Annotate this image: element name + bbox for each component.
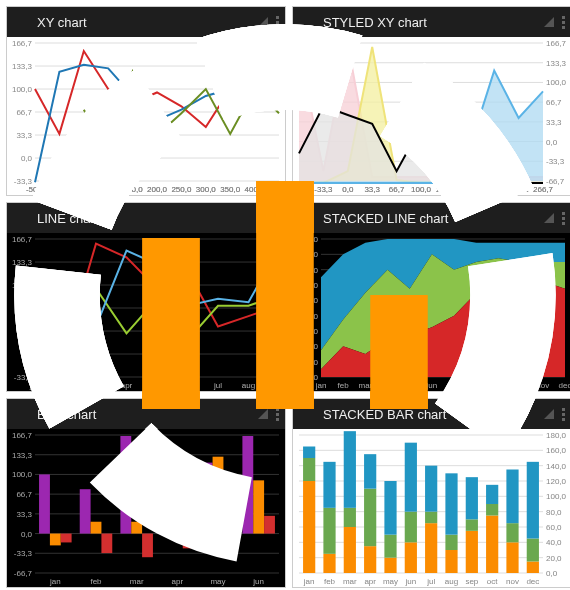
svg-rect-207 — [303, 481, 315, 573]
svg-text:mar: mar — [343, 577, 357, 586]
svg-text:feb: feb — [324, 577, 336, 586]
svg-text:20,0: 20,0 — [546, 554, 562, 563]
chart-body-stacked-bar: 0,020,040,060,080,0100,0120,0140,0160,01… — [293, 429, 570, 587]
svg-rect-236 — [405, 443, 417, 512]
card-stacked-bar: STACKED BAR chart 0,020,040,060,080,0100… — [292, 398, 570, 588]
svg-rect-231 — [303, 447, 315, 459]
svg-rect-242 — [527, 462, 539, 539]
svg-rect-218 — [527, 562, 539, 574]
svg-text:jul: jul — [426, 577, 435, 586]
svg-text:60,0: 60,0 — [546, 523, 562, 532]
logo-icon — [299, 405, 317, 423]
svg-text:40,0: 40,0 — [546, 538, 562, 547]
svg-text:140,0: 140,0 — [546, 462, 567, 471]
svg-rect-217 — [506, 542, 518, 573]
svg-rect-225 — [425, 512, 437, 524]
svg-rect-213 — [425, 523, 437, 573]
svg-rect-241 — [506, 470, 518, 524]
svg-text:jan: jan — [303, 577, 315, 586]
chart-grid: XY chart -33,30,033,366,7100,0133,3166,7… — [0, 0, 570, 590]
svg-rect-221 — [344, 508, 356, 527]
svg-rect-232 — [323, 462, 335, 508]
svg-text:sep: sep — [465, 577, 478, 586]
svg-rect-216 — [486, 516, 498, 574]
svg-rect-227 — [466, 519, 478, 531]
svg-rect-226 — [445, 535, 457, 550]
svg-rect-230 — [527, 539, 539, 562]
svg-rect-219 — [303, 458, 315, 481]
svg-rect-239 — [466, 477, 478, 519]
svg-rect-228 — [486, 504, 498, 516]
svg-rect-214 — [445, 550, 457, 573]
svg-rect-237 — [425, 466, 437, 512]
svg-rect-223 — [384, 535, 396, 558]
svg-text:dec: dec — [526, 577, 539, 586]
svg-rect-235 — [384, 481, 396, 535]
svg-rect-240 — [486, 485, 498, 504]
svg-rect-224 — [405, 512, 417, 543]
svg-rect-238 — [445, 473, 457, 534]
svg-text:oct: oct — [487, 577, 498, 586]
svg-text:jun: jun — [404, 577, 416, 586]
svg-rect-208 — [323, 554, 335, 573]
svg-rect-220 — [323, 508, 335, 554]
svg-text:120,0: 120,0 — [546, 477, 567, 486]
svg-text:80,0: 80,0 — [546, 508, 562, 517]
svg-text:may: may — [383, 577, 398, 586]
svg-rect-233 — [344, 431, 356, 508]
svg-text:0,0: 0,0 — [546, 569, 558, 578]
svg-rect-234 — [364, 454, 376, 489]
svg-rect-209 — [344, 527, 356, 573]
svg-text:100,0: 100,0 — [546, 492, 567, 501]
svg-rect-210 — [364, 546, 376, 573]
svg-rect-222 — [364, 489, 376, 547]
svg-rect-215 — [466, 531, 478, 573]
svg-rect-229 — [506, 523, 518, 542]
svg-text:apr: apr — [364, 577, 376, 586]
svg-text:180,0: 180,0 — [546, 431, 567, 440]
svg-text:nov: nov — [506, 577, 519, 586]
svg-text:160,0: 160,0 — [546, 446, 567, 455]
svg-text:aug: aug — [445, 577, 458, 586]
svg-rect-212 — [405, 542, 417, 573]
svg-rect-211 — [384, 558, 396, 573]
card-header: STACKED BAR chart — [293, 399, 570, 429]
